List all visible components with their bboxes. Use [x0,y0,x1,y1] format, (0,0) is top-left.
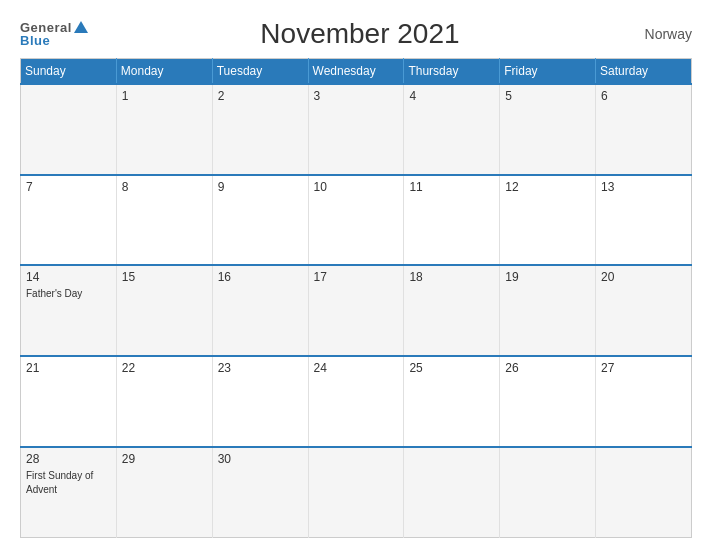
calendar-cell: 4 [404,84,500,175]
day-number: 7 [26,180,111,194]
calendar-week-row: 123456 [21,84,692,175]
day-number: 8 [122,180,207,194]
calendar-week-row: 21222324252627 [21,356,692,447]
calendar-cell: 9 [212,175,308,266]
day-number: 29 [122,452,207,466]
calendar-cell: 22 [116,356,212,447]
calendar-cell: 17 [308,265,404,356]
calendar-week-row: 28First Sunday of Advent2930 [21,447,692,538]
calendar-cell: 28First Sunday of Advent [21,447,117,538]
day-number: 6 [601,89,686,103]
day-number: 12 [505,180,590,194]
header: General Blue November 2021 Norway [20,18,692,50]
logo-blue-text: Blue [20,34,50,47]
country-label: Norway [632,26,692,42]
calendar-cell: 13 [596,175,692,266]
col-wednesday: Wednesday [308,59,404,85]
weekday-header-row: Sunday Monday Tuesday Wednesday Thursday… [21,59,692,85]
day-number: 15 [122,270,207,284]
day-number: 5 [505,89,590,103]
calendar-cell: 21 [21,356,117,447]
day-number: 11 [409,180,494,194]
calendar-cell [308,447,404,538]
calendar-cell: 11 [404,175,500,266]
calendar-cell [596,447,692,538]
day-number: 10 [314,180,399,194]
calendar-table: Sunday Monday Tuesday Wednesday Thursday… [20,58,692,538]
day-number: 3 [314,89,399,103]
calendar-cell: 2 [212,84,308,175]
calendar-cell: 23 [212,356,308,447]
calendar-cell: 3 [308,84,404,175]
calendar-cell: 7 [21,175,117,266]
calendar-title: November 2021 [88,18,632,50]
day-number: 22 [122,361,207,375]
day-number: 1 [122,89,207,103]
day-number: 24 [314,361,399,375]
day-number: 9 [218,180,303,194]
col-monday: Monday [116,59,212,85]
calendar-cell: 26 [500,356,596,447]
day-number: 4 [409,89,494,103]
calendar-cell: 12 [500,175,596,266]
col-saturday: Saturday [596,59,692,85]
day-number: 30 [218,452,303,466]
calendar-cell: 27 [596,356,692,447]
calendar-cell: 15 [116,265,212,356]
calendar-cell: 18 [404,265,500,356]
calendar-cell: 14Father's Day [21,265,117,356]
day-number: 19 [505,270,590,284]
calendar-cell: 5 [500,84,596,175]
calendar-week-row: 78910111213 [21,175,692,266]
calendar-cell: 6 [596,84,692,175]
col-tuesday: Tuesday [212,59,308,85]
calendar-cell [21,84,117,175]
calendar-cell: 8 [116,175,212,266]
calendar-cell: 30 [212,447,308,538]
calendar-cell: 24 [308,356,404,447]
day-number: 28 [26,452,111,466]
day-event: Father's Day [26,288,82,299]
day-number: 14 [26,270,111,284]
day-number: 21 [26,361,111,375]
calendar-cell: 10 [308,175,404,266]
day-number: 20 [601,270,686,284]
day-number: 2 [218,89,303,103]
logo: General Blue [20,21,88,47]
day-number: 23 [218,361,303,375]
calendar-cell: 29 [116,447,212,538]
day-number: 17 [314,270,399,284]
col-thursday: Thursday [404,59,500,85]
calendar-week-row: 14Father's Day151617181920 [21,265,692,356]
calendar-cell: 1 [116,84,212,175]
calendar-cell: 25 [404,356,500,447]
day-number: 25 [409,361,494,375]
col-friday: Friday [500,59,596,85]
logo-triangle-icon [74,21,88,33]
calendar-cell [500,447,596,538]
page: General Blue November 2021 Norway Sunday… [0,0,712,550]
calendar-cell: 20 [596,265,692,356]
day-number: 18 [409,270,494,284]
day-number: 13 [601,180,686,194]
day-number: 26 [505,361,590,375]
day-number: 27 [601,361,686,375]
col-sunday: Sunday [21,59,117,85]
calendar-cell [404,447,500,538]
day-number: 16 [218,270,303,284]
calendar-cell: 16 [212,265,308,356]
day-event: First Sunday of Advent [26,470,93,495]
calendar-cell: 19 [500,265,596,356]
